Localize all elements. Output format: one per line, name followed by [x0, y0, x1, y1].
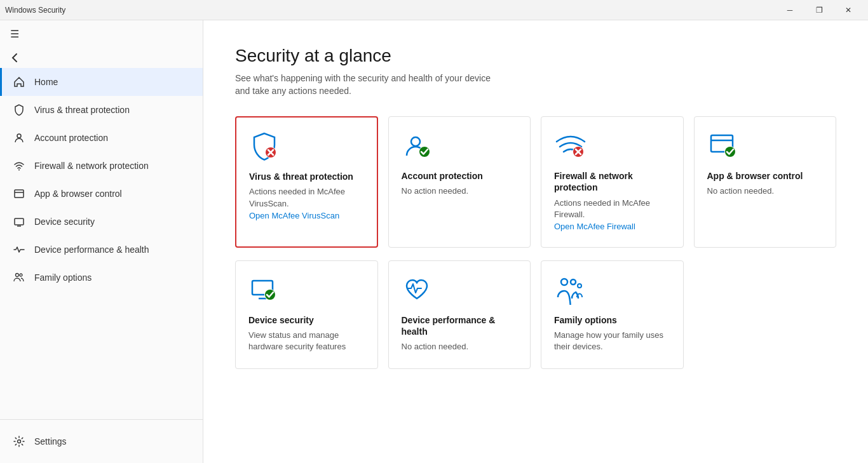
svg-rect-2 — [15, 190, 24, 198]
page-subtitle: See what's happening with the security a… — [235, 72, 836, 97]
device-perf-card-icon — [402, 274, 518, 305]
main-content: Security at a glance See what's happenin… — [203, 20, 868, 463]
sidebar-item-firewall-label: Firewall & network protection — [34, 161, 149, 171]
sidebar-item-device-perf-label: Device performance & health — [34, 245, 149, 255]
sidebar-item-account[interactable]: Account protection — [0, 124, 203, 152]
family-options-card-desc: Manage how your family uses their device… — [554, 330, 670, 352]
heartbeat-icon — [13, 243, 25, 256]
sidebar: ☰ Home — [0, 20, 203, 463]
back-button[interactable] — [0, 48, 203, 68]
hamburger-icon[interactable]: ☰ — [10, 28, 19, 40]
virus-threat-card[interactable]: Virus & threat protection Actions needed… — [235, 116, 378, 248]
sidebar-item-family[interactable]: Family options — [0, 264, 203, 292]
sidebar-item-account-label: Account protection — [34, 133, 108, 143]
device-security-card-icon — [248, 274, 365, 305]
virus-card-link[interactable]: Open McAfee VirusScan — [249, 211, 339, 220]
sidebar-item-settings-label: Settings — [34, 436, 67, 446]
app-container: ☰ Home — [0, 20, 868, 463]
virus-card-icon — [249, 130, 364, 162]
app-browser-card-title: App & browser control — [707, 170, 824, 182]
account-card-icon — [402, 130, 518, 161]
svg-point-13 — [411, 137, 420, 146]
virus-card-desc: Actions needed in McAfee VirusScan. — [249, 186, 364, 209]
svg-point-1 — [18, 170, 20, 171]
page-title: Security at a glance — [235, 46, 836, 66]
virus-card-title: Virus & threat protection — [249, 171, 364, 182]
sidebar-item-virus-label: Virus & threat protection — [34, 105, 130, 115]
sidebar-item-settings[interactable]: Settings — [0, 427, 203, 455]
device-perf-card-title: Device performance & health — [402, 314, 518, 337]
firewall-card-link[interactable]: Open McAfee Firewall — [554, 222, 635, 231]
svg-point-30 — [578, 284, 581, 288]
sidebar-footer: Settings — [0, 419, 203, 463]
svg-point-6 — [16, 274, 19, 277]
window-controls: ─ ❐ ✕ — [775, 0, 863, 20]
svg-point-8 — [18, 440, 21, 443]
person-icon — [13, 131, 25, 144]
cards-row-1: Virus & threat protection Actions needed… — [235, 116, 836, 248]
firewall-card-title: Firewall & network protection — [554, 170, 670, 193]
device-perf-card[interactable]: Device performance & health No action ne… — [388, 260, 531, 369]
back-icon — [10, 53, 20, 63]
device-security-card[interactable]: Device security View status and manage h… — [235, 260, 378, 369]
svg-point-28 — [561, 279, 567, 285]
sidebar-item-device-perf[interactable]: Device performance & health — [0, 236, 203, 264]
device-security-card-title: Device security — [248, 314, 365, 326]
account-card-title: Account protection — [402, 170, 518, 182]
family-options-card[interactable]: Family options Manage how your family us… — [541, 260, 684, 369]
cards-row-2: Device security View status and manage h… — [235, 260, 836, 369]
sidebar-item-app-browser[interactable]: App & browser control — [0, 180, 203, 208]
browser-icon — [13, 187, 25, 200]
account-card-desc: No action needed. — [402, 185, 518, 197]
app-browser-card-desc: No action needed. — [707, 185, 824, 197]
empty-slot — [694, 260, 837, 369]
maximize-button[interactable]: ❐ — [804, 0, 834, 20]
app-title: Windows Security — [5, 6, 65, 15]
settings-icon — [13, 435, 25, 448]
shield-icon — [13, 104, 25, 116]
sidebar-item-device-security-label: Device security — [34, 217, 95, 227]
family-icon — [13, 271, 25, 284]
firewall-card-desc: Actions needed in McAfee Firewall. — [554, 198, 670, 220]
device-perf-card-desc: No action needed. — [402, 341, 518, 352]
firewall-card-icon — [554, 130, 670, 161]
sidebar-nav: Home Virus & threat protection — [0, 68, 203, 419]
svg-point-7 — [20, 274, 22, 276]
app-browser-card[interactable]: App & browser control No action needed. — [694, 116, 837, 248]
account-protection-card[interactable]: Account protection No action needed. — [388, 116, 531, 248]
svg-point-0 — [17, 134, 21, 138]
sidebar-item-app-browser-label: App & browser control — [34, 189, 122, 199]
device-security-card-desc: View status and manage hardware security… — [248, 330, 365, 352]
sidebar-header: ☰ — [0, 20, 203, 48]
app-browser-card-icon — [707, 130, 824, 161]
close-button[interactable]: ✕ — [834, 0, 863, 20]
svg-point-29 — [571, 279, 576, 285]
sidebar-item-firewall[interactable]: Firewall & network protection — [0, 152, 203, 180]
sidebar-item-family-label: Family options — [34, 272, 92, 283]
sidebar-item-home[interactable]: Home — [0, 68, 203, 96]
sidebar-item-device-security[interactable]: Device security — [0, 208, 203, 236]
firewall-card[interactable]: Firewall & network protection Actions ne… — [541, 116, 684, 248]
minimize-button[interactable]: ─ — [775, 0, 804, 20]
device-icon — [13, 215, 25, 228]
svg-rect-4 — [15, 218, 24, 225]
sidebar-item-virus[interactable]: Virus & threat protection — [0, 96, 203, 124]
family-options-card-icon — [554, 274, 670, 305]
sidebar-item-home-label: Home — [34, 77, 58, 87]
home-icon — [13, 76, 25, 88]
wifi-icon — [13, 159, 25, 172]
titlebar: Windows Security ─ ❐ ✕ — [0, 0, 868, 20]
family-options-card-title: Family options — [554, 314, 670, 326]
